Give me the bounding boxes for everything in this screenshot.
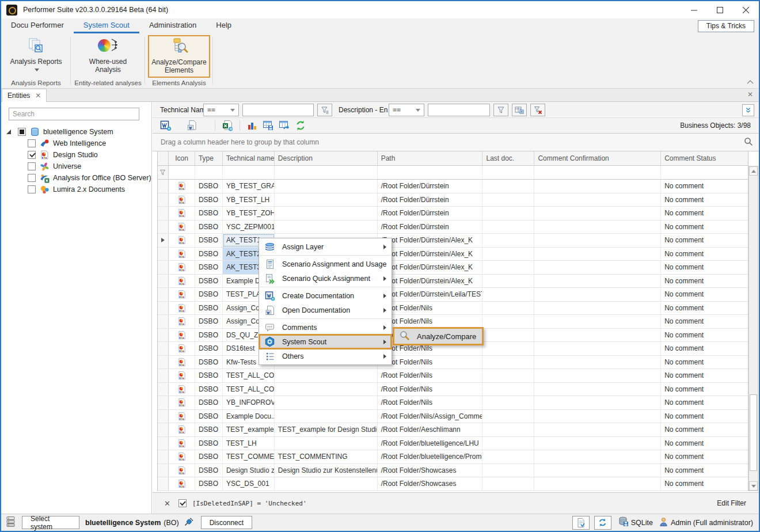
cell-comment-confirmation[interactable] [534, 288, 661, 301]
cell-path[interactable]: /Root Folder/Dürrstein/Alex_K [378, 261, 483, 274]
entities-tab-close-icon[interactable]: ✕ [35, 92, 41, 99]
cell-comment-status[interactable]: No comment [661, 193, 748, 207]
cell-comment-confirmation[interactable] [534, 329, 661, 342]
cell-comment-confirmation[interactable] [534, 221, 661, 234]
cell-comment-status[interactable]: No comment [661, 329, 748, 342]
tree-item-design-studio[interactable]: Design Studio [1, 149, 151, 161]
cell-technical-name[interactable]: TEST_example [223, 423, 275, 436]
cell-path[interactable]: /Root Folder/bluetelligence/LHU [378, 437, 483, 450]
cell-comment-status[interactable]: No comment [661, 410, 748, 423]
log-document-button[interactable] [572, 516, 590, 530]
cell-last-doc[interactable] [482, 234, 534, 247]
cell-comment-status[interactable]: No comment [661, 207, 748, 220]
cell-technical-name[interactable]: YSC_DS_001 [223, 477, 275, 491]
apply-filter-button[interactable] [493, 104, 508, 116]
cell-path[interactable]: /Root Folder/Showcases [378, 464, 483, 477]
tab-entities[interactable]: Entities ✕ [2, 89, 47, 102]
sync-button[interactable] [594, 516, 611, 530]
cell-last-doc[interactable] [482, 450, 534, 463]
cell-description[interactable] [275, 369, 378, 382]
cell-path[interactable]: /Root Folder/Dürrstein [378, 221, 483, 234]
column-header-desc[interactable]: Description [275, 151, 378, 165]
tree-item-checkbox[interactable] [28, 162, 36, 170]
cell-last-doc[interactable] [482, 315, 534, 328]
cell-type[interactable]: DSBO [195, 437, 223, 450]
refresh-icon[interactable] [294, 119, 307, 132]
cell-type[interactable]: DSBO [195, 261, 223, 274]
cell-technical-name[interactable]: YB_INFOPROV... [223, 396, 275, 409]
cell-last-doc[interactable] [482, 180, 534, 193]
tree-item-web-intelligence[interactable]: Web Intelligence [1, 138, 151, 149]
cell-technical-name[interactable]: Example Docu... [223, 410, 275, 423]
cell-description[interactable] [275, 221, 378, 234]
cell-technical-name[interactable]: TEST_COMME... [223, 450, 275, 463]
export-excel-icon[interactable] [221, 119, 234, 132]
table-row[interactable]: DSBO YB_TEST_ZOHO /Root Folder/Dürrstein… [158, 207, 748, 221]
cell-last-doc[interactable] [482, 437, 534, 450]
cell-path[interactable]: /Root Folder/Aeschlimann [378, 423, 483, 436]
technical-name-filter-input[interactable] [242, 104, 314, 116]
table-row[interactable]: DSBO AK_TEST3 /Root Folder/Dürrstein/Ale… [158, 261, 748, 275]
cell-comment-status[interactable]: No comment [661, 221, 748, 234]
context-menu-item-others[interactable]: Others [259, 349, 392, 363]
cell-comment-status[interactable]: No comment [661, 302, 748, 315]
cell-type[interactable]: DSBO [195, 383, 223, 396]
cell-last-doc[interactable] [482, 207, 534, 220]
cell-technical-name[interactable]: YB_TEST_LH [223, 193, 275, 207]
column-header-stat[interactable]: Comment Status [661, 151, 748, 165]
table-row[interactable]: DSBO AK_TEST1 /Root Folder/Dürrstein/Ale… [158, 234, 748, 248]
cell-type[interactable]: DSBO [195, 464, 223, 477]
cell-last-doc[interactable] [482, 383, 534, 396]
cell-last-doc[interactable] [482, 464, 534, 477]
cell-comment-confirmation[interactable] [534, 437, 661, 450]
cell-description[interactable] [275, 180, 378, 193]
tree-item-checkbox[interactable] [28, 139, 36, 147]
cell-comment-confirmation[interactable] [534, 275, 661, 288]
table-row[interactable]: DSBO YB_TEST_LH /Root Folder/Dürrstein N… [158, 193, 748, 207]
cell-last-doc[interactable] [482, 329, 534, 342]
cell-comment-status[interactable]: No comment [661, 234, 748, 247]
table-row[interactable]: DSBO YSC_ZEPM001 /Root Folder/Dürrstein … [158, 221, 748, 234]
table-row[interactable]: DSBO Example Doc /Root Folder/Dürrstein/… [158, 275, 748, 288]
cell-description[interactable]: Design Studio zur Kostenstellenüb... [275, 464, 378, 477]
search-input[interactable] [9, 108, 139, 120]
cell-last-doc[interactable] [482, 288, 534, 301]
analyze-compare-elements-button[interactable]: Analyze/Compare Elements [148, 35, 210, 78]
cell-type[interactable]: DSBO [195, 315, 223, 328]
table-row[interactable]: DSBO Assign_Comm /Root Folder/Nils No co… [158, 315, 748, 329]
table-row[interactable]: DSBO Kfw-Tests /Root Folder/Nils No comm… [158, 356, 748, 370]
table-row[interactable]: DSBO TEST_ALL_CO... /Root Folder/Nils No… [158, 383, 748, 397]
description-operator-select[interactable]: == [389, 104, 424, 116]
cell-comment-status[interactable]: No comment [661, 275, 748, 288]
column-header-last[interactable]: Last doc. [482, 151, 534, 165]
technical-name-operator-select[interactable]: == [203, 104, 239, 116]
tree-item-root-system[interactable]: bluetelligence System [1, 126, 151, 138]
cell-path[interactable]: /Root Folder/Nils [378, 302, 483, 315]
cell-technical-name[interactable]: Design Studio z... [223, 464, 275, 477]
context-menu-item-assign-layer[interactable]: Assign Layer [259, 240, 392, 254]
edit-filter-link[interactable]: Edit Filter [717, 499, 746, 507]
column-header-conf[interactable]: Comment Confirmation [534, 151, 661, 165]
cell-type[interactable]: DSBO [195, 423, 223, 436]
cell-comment-confirmation[interactable] [534, 356, 661, 369]
cell-type[interactable]: DSBO [195, 288, 223, 301]
cell-comment-confirmation[interactable] [534, 396, 661, 409]
cell-comment-confirmation[interactable] [534, 477, 661, 491]
table-row[interactable]: DSBO TEST_example TEST_example for Desig… [158, 423, 748, 437]
table-row[interactable]: DSBO YB_TEST_GRAPH /Root Folder/Dürrstei… [158, 180, 748, 193]
cell-technical-name[interactable]: TEST_LH [223, 437, 275, 450]
cell-last-doc[interactable] [482, 477, 534, 491]
table-row[interactable]: DSBO YSC_DS_001 /Root Folder/Showcases N… [158, 477, 748, 491]
load-grid-layout-icon[interactable] [278, 119, 291, 132]
cell-comment-confirmation[interactable] [534, 261, 661, 274]
column-header-path[interactable]: Path [378, 151, 483, 165]
cell-path[interactable]: /Root Folder/Dürrstein [378, 180, 483, 193]
root-checkbox[interactable] [18, 128, 26, 136]
cell-comment-confirmation[interactable] [534, 383, 661, 396]
cell-comment-status[interactable]: No comment [661, 477, 748, 491]
table-row[interactable]: DSBO TEST_COMME... TEST_COMMENTING /Root… [158, 450, 748, 464]
cell-comment-status[interactable]: No comment [661, 288, 748, 301]
cell-comment-confirmation[interactable] [534, 410, 661, 423]
cell-comment-confirmation[interactable] [534, 193, 661, 207]
context-menu-item-system-scout[interactable]: System Scout [259, 335, 392, 349]
